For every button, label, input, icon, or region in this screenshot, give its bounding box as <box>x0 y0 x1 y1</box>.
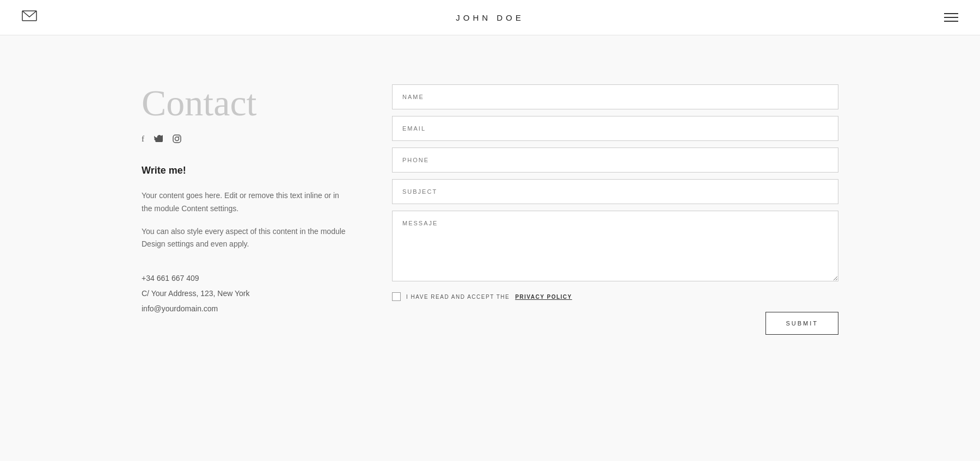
email-input[interactable] <box>392 116 838 141</box>
phone-input[interactable] <box>392 147 838 173</box>
email-field-wrapper <box>392 116 838 141</box>
social-icons-row: f <box>142 134 348 145</box>
privacy-checkbox[interactable] <box>392 292 401 301</box>
contact-info: +34 661 667 409 C/ Your Address, 123, Ne… <box>142 271 348 316</box>
email-address: info@yourdomain.com <box>142 301 348 316</box>
subject-field-wrapper <box>392 179 838 204</box>
privacy-label: I HAVE READ AND ACCEPT THE <box>406 294 510 300</box>
svg-point-3 <box>179 136 180 137</box>
page-title: Contact <box>142 84 348 121</box>
description-text-1: Your content goes here. Edit or remove t… <box>142 189 348 216</box>
message-textarea[interactable] <box>392 211 838 281</box>
hamburger-menu-icon[interactable] <box>944 13 958 22</box>
privacy-policy-link[interactable]: PRIVACY POLICY <box>515 294 572 300</box>
name-field-wrapper <box>392 84 838 109</box>
left-column: Contact f Write me! Your content goes he… <box>142 79 348 335</box>
mail-icon[interactable] <box>22 10 37 24</box>
contact-form: I HAVE READ AND ACCEPT THE PRIVACY POLIC… <box>392 79 838 335</box>
privacy-row: I HAVE READ AND ACCEPT THE PRIVACY POLIC… <box>392 292 838 301</box>
submit-button[interactable]: SUBMIT <box>765 312 838 335</box>
header: JOHN DOE <box>0 0 980 35</box>
description-text-2: You can also style every aspect of this … <box>142 225 348 251</box>
submit-row: SUBMIT <box>392 312 838 335</box>
name-input[interactable] <box>392 84 838 109</box>
address: C/ Your Address, 123, New York <box>142 286 348 301</box>
site-logo: JOHN DOE <box>456 13 524 22</box>
twitter-icon[interactable] <box>154 134 163 145</box>
phone-field-wrapper <box>392 147 838 173</box>
svg-point-2 <box>175 137 179 141</box>
instagram-icon[interactable] <box>173 134 181 145</box>
svg-rect-1 <box>173 135 181 143</box>
phone-number: +34 661 667 409 <box>142 271 348 286</box>
main-content: Contact f Write me! Your content goes he… <box>0 35 980 378</box>
facebook-icon[interactable]: f <box>142 134 144 145</box>
subject-input[interactable] <box>392 179 838 204</box>
write-me-heading: Write me! <box>142 165 348 176</box>
